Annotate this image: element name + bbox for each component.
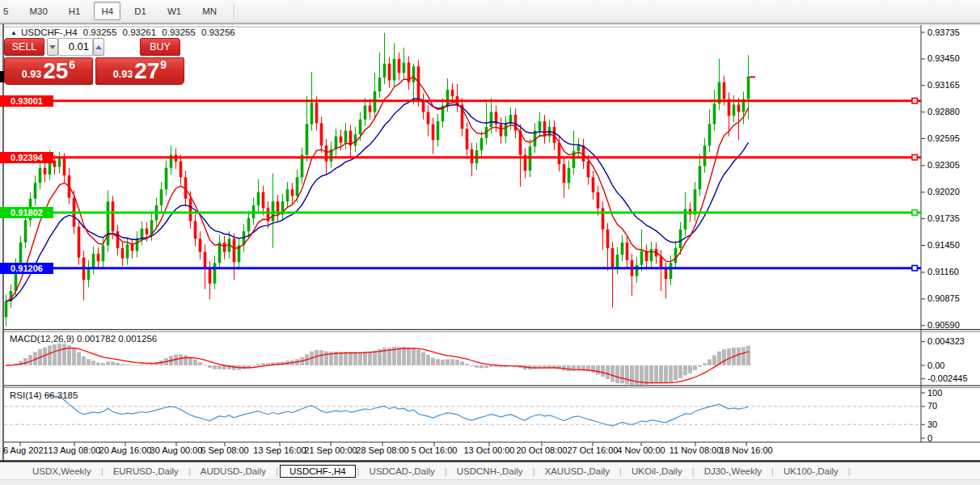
tab-separator: | xyxy=(357,466,360,476)
price-axis-label: 0.91160 xyxy=(927,267,959,277)
chart-header: ▲USDCHF-,H4 0.93255 0.93261 0.93255 0.93… xyxy=(11,27,239,37)
window-bottom-strip xyxy=(0,479,980,485)
rsi-axis-label: 0 xyxy=(927,433,932,444)
sell-price-big: 25 xyxy=(43,59,68,83)
timeframe-button-d1[interactable]: D1 xyxy=(127,2,154,20)
price-level-tag: 0.93001 xyxy=(0,95,53,107)
time-axis-label: 6 Aug 2021 xyxy=(3,445,49,456)
price-axis-label: 0.90590 xyxy=(927,320,960,331)
price-level-tag: 0.91802 xyxy=(0,207,53,218)
tab-separator: | xyxy=(533,466,535,476)
one-click-trading-panel: SELL 0.01 BUY 0.93 25 6 0.93 27 9 xyxy=(4,38,185,86)
rsi-axis-label: 70 xyxy=(927,401,937,411)
symbol-tab-usdx-weekly[interactable]: USDX,Weekly xyxy=(24,465,99,478)
timeframe-button-w1[interactable]: W1 xyxy=(160,2,188,20)
sell-price-display[interactable]: 0.93 25 6 xyxy=(4,57,93,85)
buy-price-big: 27 xyxy=(134,59,159,83)
symbol-tab-usdcnh-daily[interactable]: USDCNH-,Daily xyxy=(449,465,531,478)
ohlc-close: 0.93256 xyxy=(201,27,235,37)
price-axis-label: 0.93735 xyxy=(927,27,960,38)
price-axis-label: 0.92880 xyxy=(927,107,960,117)
symbol-tab-uk100-daily[interactable]: UK100-,Daily xyxy=(775,465,847,478)
chart-symbol-title: USDCHF-,H4 xyxy=(21,27,78,37)
arrow-up-icon xyxy=(95,45,102,49)
macd-indicator-label: MACD(12,26,9) 0.001782 0.001256 xyxy=(10,334,157,344)
time-axis-label: 21 Sep 00:00 xyxy=(304,445,357,456)
collapse-panel-icon[interactable]: ▲ xyxy=(11,29,17,36)
tab-separator: | xyxy=(276,466,278,476)
price-level-tag: 0.91206 xyxy=(0,263,53,274)
price-axis-label: 0.92020 xyxy=(927,187,960,197)
rsi-axis-label: 100 xyxy=(927,388,942,399)
symbol-tab-bar: USDX,Weekly|EURUSD-,Daily|AUDUSD-,Daily|… xyxy=(0,462,980,479)
price-axis-label: 0.92305 xyxy=(927,160,960,171)
price-axis-label: 0.90875 xyxy=(927,293,960,304)
symbol-tab-usdcad-daily[interactable]: USDCAD-,Daily xyxy=(361,465,443,478)
symbol-tab-dj30-weekly[interactable]: DJ30-,Weekly xyxy=(696,465,770,478)
sell-button-label: SELL xyxy=(12,41,37,53)
time-axis-label: 27 Oct 16:00 xyxy=(568,445,619,456)
buy-price-pipette: 9 xyxy=(160,58,167,71)
time-axis-label: 5 Oct 16:00 xyxy=(412,445,458,456)
volume-increase-button[interactable] xyxy=(93,38,104,56)
price-axis-label: 0.93165 xyxy=(927,80,960,91)
tab-separator: | xyxy=(101,466,103,476)
chart-client-area[interactable] xyxy=(4,24,980,461)
time-axis-label: 13 Aug 08:00 xyxy=(49,445,101,456)
time-axis-label: 4 Nov 00:00 xyxy=(617,445,665,456)
volume-decrease-button[interactable] xyxy=(47,38,58,56)
price-axis-label: 0.92595 xyxy=(927,133,960,144)
buy-price-display[interactable]: 0.93 27 9 xyxy=(95,57,184,85)
timeframe-toolbar: 5M30H1H4D1W1MN xyxy=(0,0,980,23)
symbol-tab-usdchf-h4[interactable]: USDCHF-,H4 xyxy=(280,465,356,478)
ohlc-open: 0.93255 xyxy=(83,27,117,37)
price-axis-label: 0.91735 xyxy=(927,213,960,224)
toolbar-separator xyxy=(234,3,234,19)
tab-separator: | xyxy=(848,466,851,476)
macd-axis-label: 0.004323 xyxy=(927,336,965,347)
buy-button[interactable]: BUY xyxy=(140,38,180,56)
price-axis-label: 0.93450 xyxy=(927,53,960,64)
rsi-axis-label: 30 xyxy=(927,420,937,430)
sell-button[interactable]: SELL xyxy=(4,38,44,56)
time-axis-label: 18 Nov 16:00 xyxy=(720,445,772,456)
arrow-down-icon xyxy=(49,45,56,49)
time-axis-label: 11 Nov 08:00 xyxy=(670,445,722,456)
macd-axis-label: -0.002445 xyxy=(927,373,968,384)
sell-price-pipette: 6 xyxy=(69,58,75,71)
time-axis-label: 6 Sep 08:00 xyxy=(201,445,248,456)
timeframe-button-h1[interactable]: H1 xyxy=(61,2,88,20)
time-axis-label: 30 Aug 00:00 xyxy=(150,445,203,456)
timeframe-button-5[interactable]: 5 xyxy=(0,2,15,20)
timeframe-button-mn[interactable]: MN xyxy=(195,2,224,20)
macd-axis-label: 0.00 xyxy=(927,361,944,371)
timeframe-button-m30[interactable]: M30 xyxy=(22,2,54,20)
symbol-tab-audusd-daily[interactable]: AUDUSD-,Daily xyxy=(192,465,274,478)
timeframe-button-h4[interactable]: H4 xyxy=(94,2,120,20)
symbol-tab-eurusd-daily[interactable]: EURUSD-,Daily xyxy=(105,465,187,478)
rsi-indicator-label: RSI(14) 66.3185 xyxy=(10,390,78,400)
tab-separator: | xyxy=(445,466,447,476)
ohlc-low: 0.93255 xyxy=(162,27,196,37)
volume-input[interactable]: 0.01 xyxy=(58,38,93,56)
tab-separator: | xyxy=(771,466,774,476)
time-axis-label: 13 Oct 00:00 xyxy=(464,445,515,456)
sell-price-prefix: 0.93 xyxy=(22,69,41,80)
time-axis-label: 20 Aug 16:00 xyxy=(99,445,152,456)
time-axis-label: 28 Sep 08:00 xyxy=(356,445,408,456)
ohlc-high: 0.93261 xyxy=(123,27,157,37)
symbol-tab-xauusd-daily[interactable]: XAUUSD-,Daily xyxy=(537,465,619,478)
tab-separator: | xyxy=(619,466,622,476)
symbol-tab-ukoil-daily[interactable]: UKOil-,Daily xyxy=(623,465,691,478)
time-axis-label: 13 Sep 16:00 xyxy=(253,445,306,456)
price-level-tag: 0.92394 xyxy=(0,152,53,163)
tab-separator: | xyxy=(188,466,191,476)
buy-price-prefix: 0.93 xyxy=(113,69,133,80)
time-axis-label: 20 Oct 08:00 xyxy=(517,445,568,456)
tab-separator: | xyxy=(692,466,695,476)
price-axis-label: 0.91450 xyxy=(927,240,960,251)
buy-button-label: BUY xyxy=(150,41,171,53)
